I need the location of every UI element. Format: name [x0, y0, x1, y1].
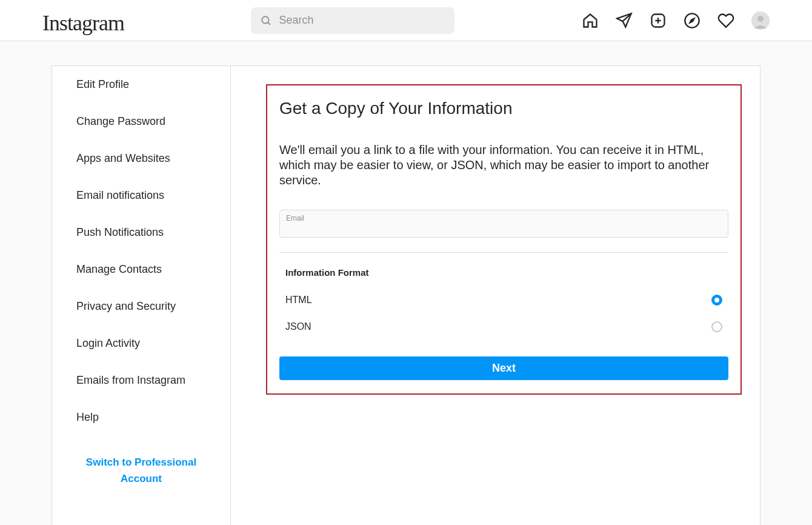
svg-marker-6 — [690, 18, 694, 22]
switch-to-professional-link[interactable]: Switch to Professional Account — [76, 454, 206, 487]
format-heading: Information Format — [279, 267, 728, 278]
sidebar-item-email-notifications[interactable]: Email notifications — [52, 177, 230, 214]
radio-html-selected[interactable] — [711, 295, 722, 306]
email-field-wrapper[interactable]: Email — [279, 210, 728, 238]
explore-icon[interactable] — [684, 12, 701, 29]
radio-json-unselected[interactable] — [711, 321, 722, 332]
email-input[interactable] — [286, 214, 722, 233]
svg-point-8 — [757, 16, 764, 22]
main-content: Get a Copy of Your Information We'll ema… — [231, 65, 760, 525]
sidebar-item-edit-profile[interactable]: Edit Profile — [52, 66, 230, 103]
sidebar-item-manage-contacts[interactable]: Manage Contacts — [52, 251, 230, 288]
header-center — [124, 7, 582, 34]
sidebar-item-apps-websites[interactable]: Apps and Websites — [52, 140, 230, 177]
svg-point-0 — [262, 16, 269, 23]
settings-sidebar: Edit Profile Change Password Apps and We… — [52, 65, 231, 525]
sidebar-item-privacy-security[interactable]: Privacy and Security — [52, 288, 230, 325]
sidebar-item-help[interactable]: Help — [52, 399, 230, 436]
messages-icon[interactable] — [616, 12, 633, 29]
header-icons — [582, 12, 770, 30]
top-header: Instagram — [0, 0, 812, 41]
sidebar-item-login-activity[interactable]: Login Activity — [52, 325, 230, 362]
search-input[interactable] — [279, 14, 445, 27]
profile-avatar[interactable] — [751, 12, 770, 30]
new-post-icon[interactable] — [650, 12, 667, 29]
download-info-panel: Get a Copy of Your Information We'll ema… — [266, 84, 742, 395]
search-box[interactable] — [251, 7, 454, 34]
format-option-html[interactable]: HTML — [279, 290, 728, 310]
instagram-logo[interactable]: Instagram — [42, 10, 124, 36]
email-label: Email — [286, 214, 304, 222]
sidebar-item-emails-instagram[interactable]: Emails from Instagram — [52, 362, 230, 399]
next-button[interactable]: Next — [279, 356, 728, 380]
page-title: Get a Copy of Your Information — [279, 99, 728, 118]
divider — [279, 252, 728, 253]
format-option-json[interactable]: JSON — [279, 316, 728, 337]
activity-icon[interactable] — [717, 12, 734, 29]
search-icon — [261, 15, 271, 27]
page-description: We'll email you a link to a file with yo… — [279, 142, 728, 188]
format-label-json: JSON — [285, 321, 311, 332]
home-icon[interactable] — [582, 12, 599, 29]
main-container: Edit Profile Change Password Apps and We… — [52, 41, 760, 525]
sidebar-item-change-password[interactable]: Change Password — [52, 103, 230, 140]
switch-account-section: Switch to Professional Account — [52, 436, 230, 499]
svg-line-1 — [268, 22, 270, 25]
format-label-html: HTML — [285, 295, 312, 306]
sidebar-item-push-notifications[interactable]: Push Notifications — [52, 214, 230, 251]
